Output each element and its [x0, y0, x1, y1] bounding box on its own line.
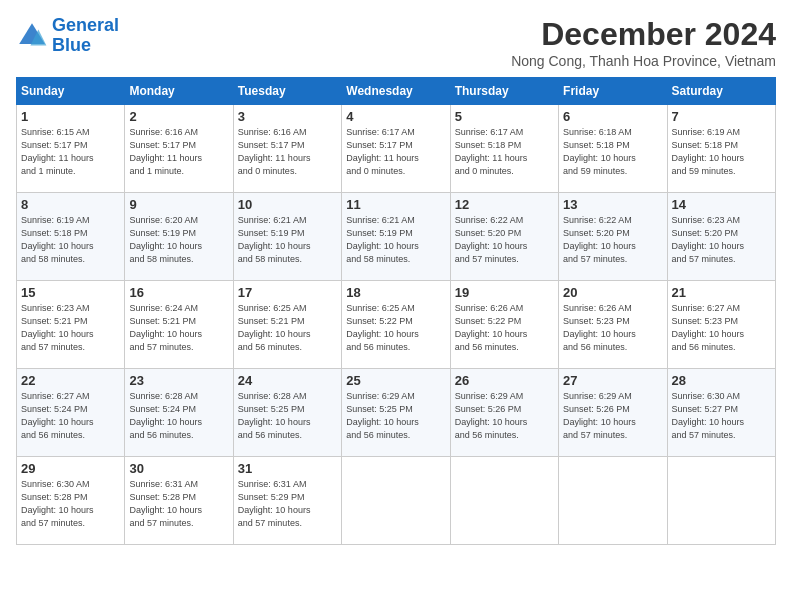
calendar-cell: 27Sunrise: 6:29 AM Sunset: 5:26 PM Dayli…: [559, 369, 667, 457]
day-info: Sunrise: 6:31 AM Sunset: 5:28 PM Dayligh…: [129, 478, 228, 530]
day-info: Sunrise: 6:24 AM Sunset: 5:21 PM Dayligh…: [129, 302, 228, 354]
calendar-cell: 28Sunrise: 6:30 AM Sunset: 5:27 PM Dayli…: [667, 369, 775, 457]
day-number: 11: [346, 197, 445, 212]
day-number: 9: [129, 197, 228, 212]
calendar-cell: 4Sunrise: 6:17 AM Sunset: 5:17 PM Daylig…: [342, 105, 450, 193]
weekday-header-tuesday: Tuesday: [233, 78, 341, 105]
calendar-cell: 16Sunrise: 6:24 AM Sunset: 5:21 PM Dayli…: [125, 281, 233, 369]
weekday-header-monday: Monday: [125, 78, 233, 105]
day-number: 22: [21, 373, 120, 388]
calendar-cell: 15Sunrise: 6:23 AM Sunset: 5:21 PM Dayli…: [17, 281, 125, 369]
day-info: Sunrise: 6:26 AM Sunset: 5:23 PM Dayligh…: [563, 302, 662, 354]
day-number: 14: [672, 197, 771, 212]
day-info: Sunrise: 6:15 AM Sunset: 5:17 PM Dayligh…: [21, 126, 120, 178]
day-info: Sunrise: 6:30 AM Sunset: 5:28 PM Dayligh…: [21, 478, 120, 530]
day-info: Sunrise: 6:22 AM Sunset: 5:20 PM Dayligh…: [455, 214, 554, 266]
day-info: Sunrise: 6:27 AM Sunset: 5:23 PM Dayligh…: [672, 302, 771, 354]
calendar-cell: [559, 457, 667, 545]
calendar-cell: 25Sunrise: 6:29 AM Sunset: 5:25 PM Dayli…: [342, 369, 450, 457]
day-number: 5: [455, 109, 554, 124]
calendar-cell: 1Sunrise: 6:15 AM Sunset: 5:17 PM Daylig…: [17, 105, 125, 193]
day-number: 31: [238, 461, 337, 476]
calendar-cell: 10Sunrise: 6:21 AM Sunset: 5:19 PM Dayli…: [233, 193, 341, 281]
day-number: 7: [672, 109, 771, 124]
weekday-header-wednesday: Wednesday: [342, 78, 450, 105]
day-info: Sunrise: 6:23 AM Sunset: 5:21 PM Dayligh…: [21, 302, 120, 354]
day-info: Sunrise: 6:16 AM Sunset: 5:17 PM Dayligh…: [238, 126, 337, 178]
weekday-header-friday: Friday: [559, 78, 667, 105]
day-number: 25: [346, 373, 445, 388]
day-info: Sunrise: 6:17 AM Sunset: 5:18 PM Dayligh…: [455, 126, 554, 178]
day-number: 8: [21, 197, 120, 212]
day-number: 26: [455, 373, 554, 388]
calendar-cell: 6Sunrise: 6:18 AM Sunset: 5:18 PM Daylig…: [559, 105, 667, 193]
day-info: Sunrise: 6:22 AM Sunset: 5:20 PM Dayligh…: [563, 214, 662, 266]
day-info: Sunrise: 6:28 AM Sunset: 5:24 PM Dayligh…: [129, 390, 228, 442]
weekday-header-row: SundayMondayTuesdayWednesdayThursdayFrid…: [17, 78, 776, 105]
day-info: Sunrise: 6:19 AM Sunset: 5:18 PM Dayligh…: [672, 126, 771, 178]
calendar-cell: 12Sunrise: 6:22 AM Sunset: 5:20 PM Dayli…: [450, 193, 558, 281]
day-info: Sunrise: 6:25 AM Sunset: 5:22 PM Dayligh…: [346, 302, 445, 354]
day-info: Sunrise: 6:23 AM Sunset: 5:20 PM Dayligh…: [672, 214, 771, 266]
day-info: Sunrise: 6:27 AM Sunset: 5:24 PM Dayligh…: [21, 390, 120, 442]
day-number: 3: [238, 109, 337, 124]
day-number: 27: [563, 373, 662, 388]
day-info: Sunrise: 6:31 AM Sunset: 5:29 PM Dayligh…: [238, 478, 337, 530]
month-title: December 2024: [511, 16, 776, 53]
calendar-cell: 5Sunrise: 6:17 AM Sunset: 5:18 PM Daylig…: [450, 105, 558, 193]
calendar-cell: 31Sunrise: 6:31 AM Sunset: 5:29 PM Dayli…: [233, 457, 341, 545]
day-number: 21: [672, 285, 771, 300]
calendar-cell: 29Sunrise: 6:30 AM Sunset: 5:28 PM Dayli…: [17, 457, 125, 545]
calendar-week-row: 22Sunrise: 6:27 AM Sunset: 5:24 PM Dayli…: [17, 369, 776, 457]
location-subtitle: Nong Cong, Thanh Hoa Province, Vietnam: [511, 53, 776, 69]
day-number: 17: [238, 285, 337, 300]
day-info: Sunrise: 6:17 AM Sunset: 5:17 PM Dayligh…: [346, 126, 445, 178]
calendar-cell: 30Sunrise: 6:31 AM Sunset: 5:28 PM Dayli…: [125, 457, 233, 545]
weekday-header-thursday: Thursday: [450, 78, 558, 105]
day-info: Sunrise: 6:29 AM Sunset: 5:26 PM Dayligh…: [563, 390, 662, 442]
calendar-cell: 11Sunrise: 6:21 AM Sunset: 5:19 PM Dayli…: [342, 193, 450, 281]
day-number: 1: [21, 109, 120, 124]
day-number: 16: [129, 285, 228, 300]
calendar-cell: 19Sunrise: 6:26 AM Sunset: 5:22 PM Dayli…: [450, 281, 558, 369]
day-info: Sunrise: 6:16 AM Sunset: 5:17 PM Dayligh…: [129, 126, 228, 178]
day-number: 28: [672, 373, 771, 388]
calendar-cell: 18Sunrise: 6:25 AM Sunset: 5:22 PM Dayli…: [342, 281, 450, 369]
day-info: Sunrise: 6:20 AM Sunset: 5:19 PM Dayligh…: [129, 214, 228, 266]
day-number: 15: [21, 285, 120, 300]
calendar-cell: 14Sunrise: 6:23 AM Sunset: 5:20 PM Dayli…: [667, 193, 775, 281]
day-number: 13: [563, 197, 662, 212]
day-info: Sunrise: 6:28 AM Sunset: 5:25 PM Dayligh…: [238, 390, 337, 442]
calendar-cell: 20Sunrise: 6:26 AM Sunset: 5:23 PM Dayli…: [559, 281, 667, 369]
day-number: 30: [129, 461, 228, 476]
day-number: 10: [238, 197, 337, 212]
day-number: 2: [129, 109, 228, 124]
calendar-cell: 26Sunrise: 6:29 AM Sunset: 5:26 PM Dayli…: [450, 369, 558, 457]
calendar-week-row: 15Sunrise: 6:23 AM Sunset: 5:21 PM Dayli…: [17, 281, 776, 369]
calendar-table: SundayMondayTuesdayWednesdayThursdayFrid…: [16, 77, 776, 545]
calendar-cell: 8Sunrise: 6:19 AM Sunset: 5:18 PM Daylig…: [17, 193, 125, 281]
logo-icon: [16, 20, 48, 52]
day-number: 23: [129, 373, 228, 388]
day-info: Sunrise: 6:19 AM Sunset: 5:18 PM Dayligh…: [21, 214, 120, 266]
calendar-week-row: 1Sunrise: 6:15 AM Sunset: 5:17 PM Daylig…: [17, 105, 776, 193]
day-info: Sunrise: 6:26 AM Sunset: 5:22 PM Dayligh…: [455, 302, 554, 354]
calendar-cell: 3Sunrise: 6:16 AM Sunset: 5:17 PM Daylig…: [233, 105, 341, 193]
calendar-cell: 2Sunrise: 6:16 AM Sunset: 5:17 PM Daylig…: [125, 105, 233, 193]
calendar-cell: [342, 457, 450, 545]
calendar-week-row: 8Sunrise: 6:19 AM Sunset: 5:18 PM Daylig…: [17, 193, 776, 281]
day-number: 19: [455, 285, 554, 300]
day-number: 4: [346, 109, 445, 124]
day-number: 6: [563, 109, 662, 124]
day-number: 20: [563, 285, 662, 300]
day-info: Sunrise: 6:21 AM Sunset: 5:19 PM Dayligh…: [346, 214, 445, 266]
calendar-cell: 17Sunrise: 6:25 AM Sunset: 5:21 PM Dayli…: [233, 281, 341, 369]
calendar-cell: 24Sunrise: 6:28 AM Sunset: 5:25 PM Dayli…: [233, 369, 341, 457]
page-header: General Blue December 2024 Nong Cong, Th…: [16, 16, 776, 69]
day-info: Sunrise: 6:29 AM Sunset: 5:25 PM Dayligh…: [346, 390, 445, 442]
day-number: 18: [346, 285, 445, 300]
day-info: Sunrise: 6:18 AM Sunset: 5:18 PM Dayligh…: [563, 126, 662, 178]
day-number: 12: [455, 197, 554, 212]
weekday-header-saturday: Saturday: [667, 78, 775, 105]
calendar-cell: [450, 457, 558, 545]
